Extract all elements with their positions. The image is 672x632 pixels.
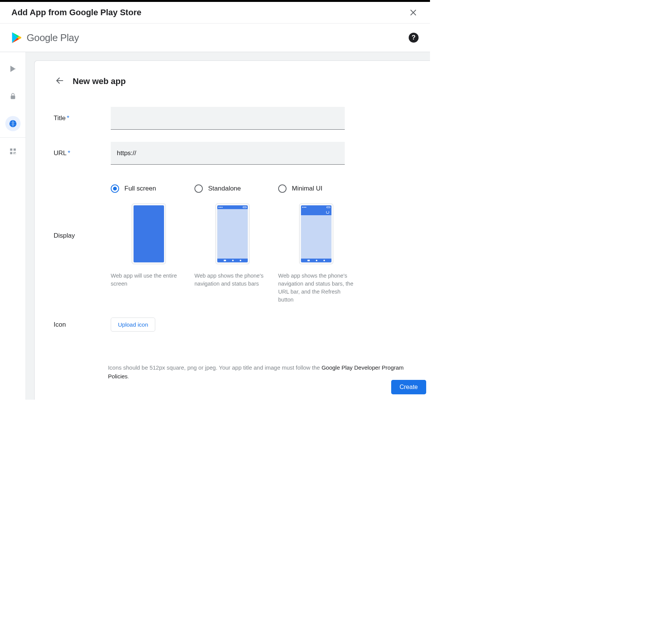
svg-rect-8 [13, 149, 16, 151]
desc-standalone: Web app shows the phone's navigation and… [194, 272, 271, 288]
page-title: New web app [73, 76, 126, 86]
lock-icon [9, 92, 17, 100]
desc-full-screen: Web app will use the entire screen [111, 272, 187, 288]
modal-header: Add App from Google Play Store [0, 2, 430, 24]
radio-icon [278, 184, 287, 193]
url-input[interactable] [111, 142, 345, 165]
rail-item-apps[interactable]: + [5, 144, 21, 159]
title-label: Title* [54, 114, 111, 122]
modal-title: Add App from Google Play Store [11, 8, 141, 17]
preview-full-screen [132, 203, 166, 264]
icon-label: Icon [54, 321, 111, 329]
left-rail: + [0, 52, 26, 400]
svg-rect-9 [10, 152, 12, 154]
google-play-logo: Google Play [10, 31, 79, 44]
svg-text:+: + [15, 152, 16, 155]
title-input[interactable] [111, 107, 345, 130]
upload-icon-button[interactable]: Upload icon [111, 318, 155, 332]
rail-item-lock[interactable] [5, 89, 21, 104]
close-icon [409, 8, 417, 17]
preview-standalone [215, 203, 250, 264]
desc-minimal: Web app shows the phone's navigation and… [278, 272, 354, 304]
radio-icon [111, 184, 119, 193]
svg-rect-3 [11, 95, 15, 99]
play-header: Google Play ? [0, 24, 430, 52]
display-option-standalone: Standalone Web app shows the phone's nav… [194, 184, 271, 304]
display-label: Display [54, 184, 111, 240]
radio-icon [194, 184, 203, 193]
back-button[interactable] [54, 75, 66, 88]
play-outline-icon [9, 65, 17, 73]
play-triangle-icon [10, 31, 23, 44]
display-option-minimal: Minimal UI Web app shows the phone's nav… [278, 184, 354, 304]
rail-item-play[interactable] [5, 61, 21, 76]
rail-item-web[interactable] [5, 116, 21, 131]
radio-minimal[interactable]: Minimal UI [278, 184, 354, 193]
preview-minimal [299, 203, 333, 264]
apps-grid-icon: + [9, 148, 17, 155]
radio-full-screen[interactable]: Full screen [111, 184, 187, 193]
icon-caption: Icons should be 512px square, png or jpe… [108, 364, 411, 381]
help-button[interactable]: ? [409, 33, 419, 43]
new-web-app-card: New web app Title* URL* Display [34, 60, 430, 400]
svg-point-2 [14, 68, 15, 69]
play-brand-text: Google Play [27, 32, 79, 44]
globe-icon [9, 119, 17, 128]
arrow-left-icon [55, 76, 64, 85]
close-button[interactable] [408, 7, 419, 18]
create-button[interactable]: Create [391, 380, 426, 394]
display-option-full-screen: Full screen Web app will use the entire … [111, 184, 187, 304]
svg-rect-7 [10, 149, 12, 151]
radio-standalone[interactable]: Standalone [194, 184, 271, 193]
url-label: URL* [54, 149, 111, 157]
svg-rect-10 [13, 152, 14, 154]
